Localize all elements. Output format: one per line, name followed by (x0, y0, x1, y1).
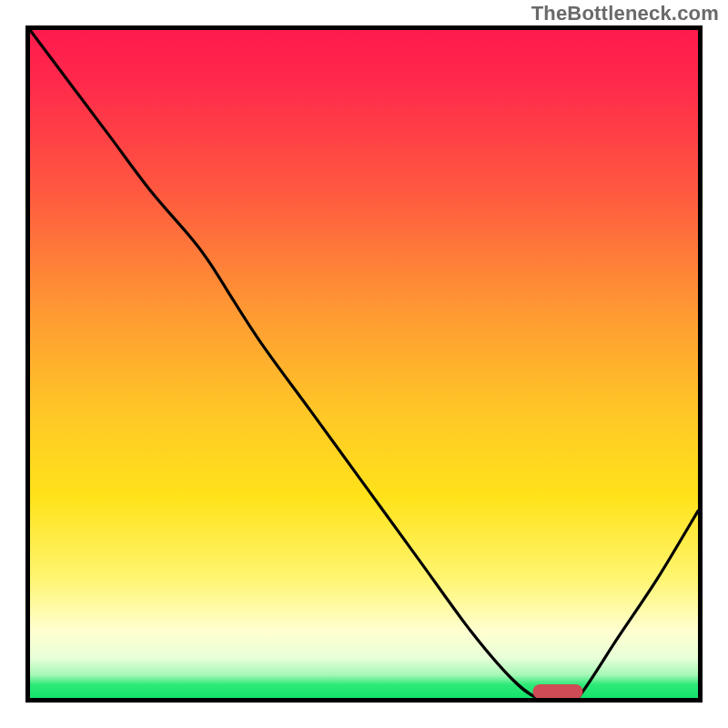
plot-frame (25, 25, 703, 703)
watermark-text: TheBottleneck.com (531, 2, 719, 25)
curve-svg (30, 30, 698, 698)
chart-container: TheBottleneck.com (0, 0, 728, 728)
curve-path (30, 30, 698, 698)
valley-marker (532, 684, 582, 699)
